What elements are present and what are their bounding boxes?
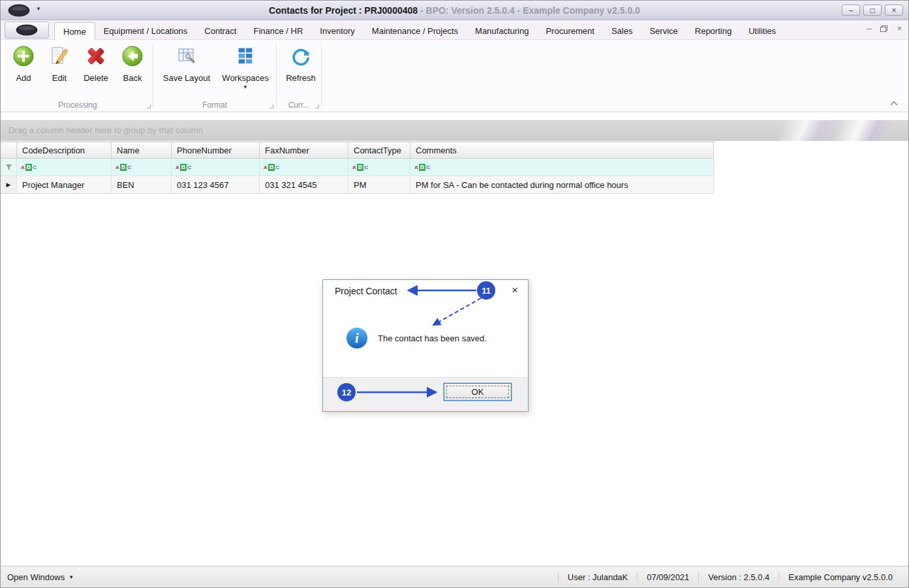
ok-button-label: OK [472,387,484,397]
add-button[interactable]: Add [8,42,39,99]
tab-procurement[interactable]: Procurement [537,22,602,40]
close-button[interactable]: × [885,5,903,16]
delete-button[interactable]: Delete [79,42,113,99]
add-button-label: Add [16,73,31,83]
message-dialog: Project Contact × i The contact has been… [322,279,529,412]
ribbon-minimize-icon[interactable]: – [867,24,871,33]
edit-icon [48,43,71,69]
delete-icon [84,43,108,69]
tab-maintenance-projects[interactable]: Maintenance / Projects [363,22,467,40]
tab-contract[interactable]: Contract [196,22,245,40]
save-layout-button-label: Save Layout [163,73,210,83]
group-launcher-icon[interactable] [315,104,319,108]
open-windows-label: Open Windows [7,572,65,582]
status-date: 07/09/2021 [637,572,698,582]
cell-comments: PM for SA - Can be contacted during norm… [410,176,714,194]
ribbon-close-icon[interactable]: × [897,24,902,33]
tab-inventory[interactable]: Inventory [311,22,363,40]
cell-phonenumber: 031 123 4567 [172,176,260,194]
group-by-hint: Drag a column header here to group by th… [8,125,203,135]
workspaces-dropdown-icon: ▼ [243,84,248,90]
filter-cell-name[interactable]: ABC [112,159,172,176]
group-by-panel[interactable]: Drag a column header here to group by th… [1,120,908,141]
group-processing: Processing [3,99,152,110]
grid-header-row: CodeDescription Name PhoneNumber FaxNumb… [1,142,715,159]
column-header-contacttype[interactable]: ContactType [348,142,410,159]
back-button[interactable]: Back [117,42,148,99]
tab-sales[interactable]: Sales [603,22,641,40]
ribbon-restore-icon[interactable] [880,25,887,32]
ribbon-separator [321,42,322,108]
edit-button[interactable]: Edit [44,42,75,99]
column-header-name[interactable]: Name [112,142,172,159]
application-menu-icon [14,23,40,37]
group-current-label: Curr... [288,101,310,110]
add-icon [12,43,35,69]
filter-cell-codedescription[interactable]: ABC [17,159,112,176]
tab-finance-hr[interactable]: Finance / HR [245,22,311,40]
minimize-button[interactable]: – [842,5,860,16]
status-bar: Open Windows ▼ User : JulandaK 07/09/202… [1,566,908,587]
dialog-title: Project Contact [335,286,397,296]
tab-utilities[interactable]: Utilities [740,22,784,40]
svg-text:i: i [355,330,359,346]
grid-indicator-header [1,142,17,159]
cell-codedescription: Project Manager [17,176,112,194]
group-launcher-icon[interactable] [147,104,151,108]
dialog-message: The contact has been saved. [378,333,487,343]
filter-row-indicator [1,159,17,176]
ribbon-tabs: Home Equipment / Locations Contract Fina… [54,20,784,40]
group-processing-label: Processing [58,101,97,110]
column-header-phonenumber[interactable]: PhoneNumber [172,142,260,159]
window-title-main: Contacts for Project : PRJ0000408 [269,5,418,16]
workspaces-button[interactable]: Workspaces ▼ [220,42,271,99]
dialog-close-icon[interactable]: × [507,283,523,298]
tab-service[interactable]: Service [641,22,686,40]
application-menu-button[interactable] [5,22,49,39]
column-header-comments[interactable]: Comments [410,142,714,159]
tab-reporting[interactable]: Reporting [686,22,740,40]
refresh-button[interactable]: Refresh [283,42,319,99]
cell-faxnumber: 031 321 4545 [260,176,348,194]
autofilter-abc-icon: ABC [414,164,430,171]
row-indicator-icon: ▶ [1,176,17,194]
group-launcher-icon[interactable] [270,104,273,108]
filter-cell-comments[interactable]: ABC [410,159,714,176]
status-company: Example Company v2.5.0.0 [778,572,902,582]
ribbon-tab-row: Home Equipment / Locations Contract Fina… [1,20,908,40]
tab-manufacturing[interactable]: Manufacturing [467,22,537,40]
open-windows-dropdown[interactable]: Open Windows ▼ [7,572,74,582]
autofilter-abc-icon: ABC [264,164,279,171]
ribbon-separator [276,42,277,108]
delete-button-label: Delete [84,73,108,83]
edit-button-label: Edit [52,73,67,83]
status-version: Version : 2.5.0.4 [698,572,778,582]
autofilter-abc-icon: ABC [116,164,131,171]
title-bar: ▼ Contacts for Project : PRJ0000408 - BP… [1,1,908,20]
group-format: Format [155,99,275,110]
cell-contacttype: PM [348,176,410,194]
back-icon [121,43,144,69]
autofilter-abc-icon: ABC [21,164,37,171]
cell-name: BEN [112,176,172,194]
filter-cell-phonenumber[interactable]: ABC [172,159,260,176]
ribbon-toolbar: Add Edit [1,40,908,112]
save-layout-button[interactable]: Save Layout [161,42,212,99]
filter-cell-faxnumber[interactable]: ABC [260,159,348,176]
column-header-faxnumber[interactable]: FaxNumber [260,142,348,159]
ok-button[interactable]: OK [444,383,512,401]
autofilter-abc-icon: ABC [176,164,191,171]
autofilter-abc-icon: ABC [352,164,368,171]
window-title: Contacts for Project : PRJ0000408 - BPO:… [1,1,908,20]
tab-home[interactable]: Home [54,22,95,40]
ribbon-collapse-icon[interactable] [889,100,899,110]
app-window: ▼ Contacts for Project : PRJ0000408 - BP… [0,0,909,588]
filter-cell-contacttype[interactable]: ABC [348,159,410,176]
column-header-codedescription[interactable]: CodeDescription [17,142,112,159]
refresh-button-label: Refresh [286,73,316,83]
window-title-sub: - BPO: Version 2.5.0.4 - Example Company… [418,5,640,16]
dialog-footer: OK [323,377,528,411]
maximize-button[interactable]: □ [863,5,882,16]
tab-equipment-locations[interactable]: Equipment / Locations [95,22,196,40]
table-row[interactable]: ▶ Project Manager BEN 031 123 4567 031 3… [1,176,715,194]
